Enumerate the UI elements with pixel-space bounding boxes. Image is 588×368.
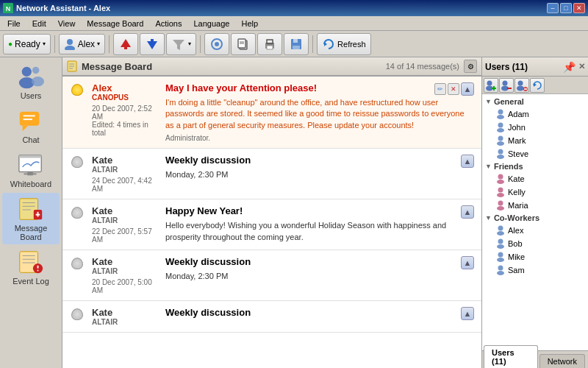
refresh-icon — [322, 38, 335, 51]
menu-messageboard[interactable]: Message Board — [81, 18, 149, 29]
msgboard-count: 14 of 14 message(s) — [386, 62, 459, 71]
remove-user-btn[interactable] — [499, 78, 514, 93]
msg-date-1: 20 Dec 2007, 2:52 AM — [92, 105, 158, 121]
refresh-users-btn[interactable] — [530, 78, 545, 93]
menu-language[interactable]: Language — [187, 18, 235, 29]
svg-point-82 — [498, 252, 503, 258]
sidebar-item-whiteboard[interactable]: Whiteboard — [2, 149, 60, 191]
close-button[interactable]: ✕ — [573, 3, 585, 13]
user-kate[interactable]: Kate — [484, 172, 587, 185]
svg-point-65 — [497, 115, 504, 119]
bulb-inactive — [71, 156, 83, 168]
msg-sender-2: Kate — [92, 155, 158, 166]
group-coworkers[interactable]: ▼ Co-Workers — [484, 212, 587, 224]
messages-area[interactable]: Alex CANOPUS 20 Dec 2007, 2:52 AM Edited… — [62, 77, 481, 368]
user-mike[interactable]: Mike — [484, 250, 587, 263]
message-item[interactable]: Alex CANOPUS 20 Dec 2007, 2:52 AM Edited… — [62, 77, 481, 149]
msg-text-2: Monday, 2:30 PM — [165, 169, 474, 180]
message-item[interactable]: Kate ALTAIR 24 Dec 2007, 4:42 AM Weekly … — [62, 149, 481, 199]
menu-edit[interactable]: Edit — [26, 18, 52, 29]
group-general[interactable]: ▼ General — [484, 96, 587, 107]
svg-point-59 — [518, 80, 523, 85]
user-bob[interactable]: Bob — [484, 237, 587, 250]
user-alex[interactable]: Alex — [484, 224, 587, 237]
users-pin-btn[interactable]: 📌 — [563, 61, 576, 73]
user-selector[interactable]: Alex ▾ — [59, 34, 105, 54]
svg-rect-31 — [19, 155, 41, 158]
sidebar-item-eventlog[interactable]: Event Log — [2, 246, 60, 289]
users-title: Users (11) — [485, 62, 528, 72]
menu-help[interactable]: Help — [235, 18, 264, 29]
svg-point-85 — [497, 271, 504, 275]
user-steve[interactable]: Steve — [484, 147, 587, 160]
toolbar: ● Ready ▾ Alex ▾ ▾ — [0, 31, 588, 57]
msg-date-3: 22 Dec 2007, 5:57 AM — [92, 227, 158, 244]
svg-point-70 — [498, 149, 503, 155]
message-item[interactable]: Kate ALTAIR 22 Dec 2007, 5:57 AM Happy N… — [62, 199, 481, 250]
group-friends[interactable]: ▼ Friends — [484, 160, 587, 172]
msgboard-settings-btn[interactable]: ⚙ — [464, 60, 477, 73]
users-bottom-tabs: Users (11) Network — [482, 350, 588, 368]
user-john[interactable]: John — [484, 121, 587, 134]
view-button[interactable] — [204, 33, 229, 55]
msg-collapse-3[interactable]: ▲ — [461, 205, 474, 219]
user-sam[interactable]: Sam — [484, 263, 587, 277]
svg-point-72 — [498, 174, 503, 180]
user-alex-avatar — [495, 225, 506, 236]
msg-footer-1: Administrator. — [165, 134, 474, 142]
status-dropdown-arrow: ▾ — [43, 40, 46, 47]
user-mark-name: Mark — [508, 136, 526, 145]
svg-point-67 — [497, 128, 504, 132]
menu-view[interactable]: View — [52, 18, 82, 29]
block-user-btn[interactable] — [514, 78, 529, 93]
menu-actions[interactable]: Actions — [149, 18, 187, 29]
svg-rect-20 — [293, 46, 300, 49]
msgboard-nav-label: Message Board — [4, 224, 58, 241]
msg-collapse-4[interactable]: ▲ — [461, 256, 474, 269]
sidebar-item-msgboard[interactable]: Message Board — [2, 193, 60, 244]
msg-collapse-2[interactable]: ▲ — [461, 155, 474, 168]
add-user-btn[interactable] — [484, 78, 498, 93]
tab-network[interactable]: Network — [539, 354, 585, 368]
eventlog-icon — [16, 249, 46, 277]
nav-down-button[interactable] — [140, 33, 165, 55]
users-tree: ▼ General Adam John — [482, 94, 588, 350]
svg-point-75 — [497, 193, 504, 197]
bulb-inactive-3 — [71, 207, 83, 219]
minimize-button[interactable]: – — [547, 3, 559, 13]
up-arrow-icon — [118, 37, 133, 52]
msg-computer-4: ALTAIR — [92, 267, 158, 275]
status-button[interactable]: ● Ready ▾ — [3, 34, 51, 54]
msg-collapse-5[interactable]: ▲ — [461, 307, 474, 320]
svg-point-79 — [497, 231, 504, 236]
message-item[interactable]: Kate ALTAIR Weekly discussion ▲ — [62, 301, 481, 333]
print-button[interactable] — [257, 33, 282, 55]
message-item[interactable]: Kate ALTAIR 20 Dec 2007, 5:00 AM Weekly … — [62, 250, 481, 301]
save-button[interactable] — [284, 33, 309, 55]
tab-users[interactable]: Users (11) — [484, 345, 538, 368]
copy-button[interactable] — [231, 33, 256, 55]
msg-body-1: May I have your Attention please! ✏ ✕ ▲ … — [165, 82, 474, 142]
nav-up-button[interactable] — [113, 33, 138, 55]
msgboard-title-icon — [67, 60, 79, 72]
sidebar-item-chat[interactable]: Chat — [2, 105, 60, 147]
msg-sender-5: Kate — [92, 307, 158, 318]
user-mark[interactable]: Mark — [484, 134, 587, 147]
msg-delete-btn[interactable]: ✕ — [448, 83, 459, 95]
svg-point-81 — [497, 244, 504, 249]
menu-file[interactable]: File — [1, 18, 26, 29]
user-maria[interactable]: Maria — [484, 199, 587, 212]
maximize-button[interactable]: □ — [560, 3, 572, 13]
svg-marker-63 — [534, 83, 537, 87]
refresh-button[interactable]: Refresh — [317, 33, 371, 55]
msg-edit-btn[interactable]: ✏ — [434, 83, 446, 95]
user-adam[interactable]: Adam — [484, 107, 587, 121]
svg-point-47 — [37, 270, 39, 272]
msg-collapse-btn[interactable]: ▲ — [461, 82, 474, 96]
filter-button[interactable]: ▾ — [166, 33, 196, 55]
users-close-btn[interactable]: ✕ — [578, 62, 585, 71]
user-mike-avatar — [495, 252, 506, 262]
user-kelly[interactable]: Kelly — [484, 185, 587, 199]
sidebar-item-users[interactable]: Users — [2, 60, 60, 103]
user-label: Alex — [78, 39, 95, 49]
